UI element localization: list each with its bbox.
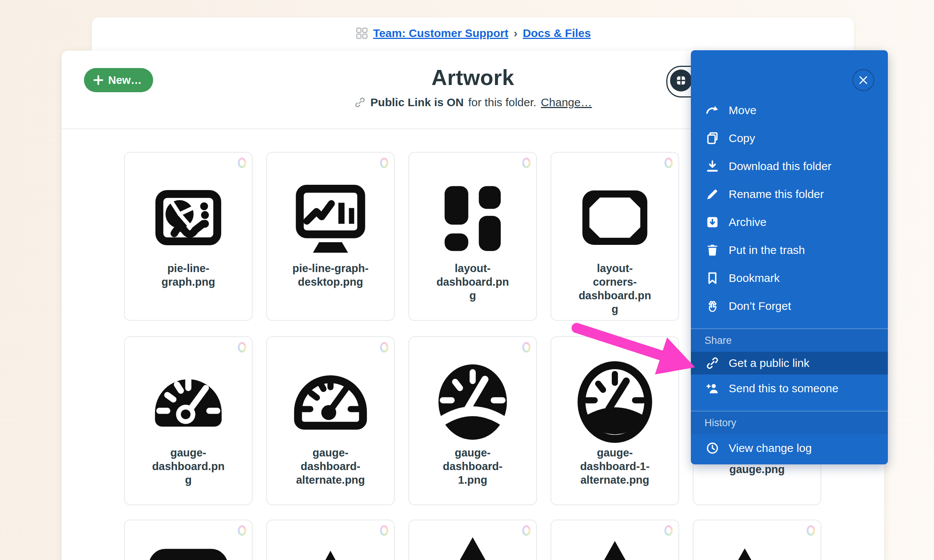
menu-item-label: Download this folder xyxy=(729,160,832,173)
selection-ring-icon[interactable] xyxy=(380,342,388,353)
menu-item-send-this-to-someone[interactable]: Send this to someone xyxy=(691,374,888,402)
window-top-icon xyxy=(144,545,232,560)
panel-section-header: History xyxy=(691,411,888,434)
gauge-solid-icon xyxy=(144,358,232,446)
menu-item-don-t-forget[interactable]: Don’t Forget xyxy=(691,292,888,320)
dont-forget-icon xyxy=(704,298,720,314)
selection-ring-center xyxy=(666,159,671,166)
change-link[interactable]: Change… xyxy=(541,96,592,109)
mountain-icon xyxy=(571,528,659,560)
file-card[interactable]: pie-line-graph.png xyxy=(124,152,253,321)
file-name: layout-dashboard.png xyxy=(433,261,512,302)
selection-ring-center xyxy=(524,344,529,351)
selection-ring-center xyxy=(524,159,529,166)
file-card[interactable]: pie-line-graph-desktop.png xyxy=(266,152,395,321)
layout-corners-icon xyxy=(571,174,659,261)
bookmark-icon xyxy=(704,270,720,286)
selection-ring-icon[interactable] xyxy=(380,525,388,536)
menu-item-rename-this-folder[interactable]: Rename this folder xyxy=(691,180,888,208)
public-link-bold: Public Link is ON xyxy=(371,96,464,109)
selection-ring-icon[interactable] xyxy=(522,525,531,536)
file-name: gauge-dashboard-1-alternate.png xyxy=(576,446,654,487)
file-card[interactable] xyxy=(551,520,679,560)
menu-item-label: Bookmark xyxy=(729,272,780,285)
selection-ring-icon[interactable] xyxy=(664,342,673,353)
file-card[interactable] xyxy=(124,520,253,560)
layout-dashboard-icon xyxy=(429,174,517,261)
file-name: gauge-dashboard-1.png xyxy=(433,446,512,487)
menu-item-copy[interactable]: Copy xyxy=(691,124,888,152)
selection-ring-center xyxy=(666,344,671,351)
file-card[interactable]: gauge-dashboard-1.png xyxy=(408,336,537,505)
menu-item-label: Archive xyxy=(729,216,766,229)
menu-item-label: View change log xyxy=(729,442,812,455)
selection-ring-icon[interactable] xyxy=(807,525,815,536)
breadcrumb-section-link[interactable]: Docs & Files xyxy=(523,27,591,40)
menu-item-get-a-public-link[interactable]: Get a public link xyxy=(691,352,888,374)
gauge-round-outline-icon xyxy=(571,358,659,446)
menu-item-view-change-log[interactable]: View change log xyxy=(691,434,888,462)
public-link-rest: for this folder. xyxy=(468,96,536,109)
mountain-small-icon xyxy=(287,533,374,560)
file-name: gauge.png xyxy=(718,463,796,476)
file-name: layout-corners-dashboard.png xyxy=(576,261,654,316)
file-card[interactable]: layout-corners-dashboard.png xyxy=(551,152,679,321)
file-card[interactable]: gauge-dashboard.png xyxy=(124,336,253,505)
selection-ring-center xyxy=(524,527,529,534)
menu-item-bookmark[interactable]: Bookmark xyxy=(691,264,888,292)
selection-ring-icon[interactable] xyxy=(664,158,673,168)
close-icon[interactable] xyxy=(852,69,874,91)
menu-item-label: Don’t Forget xyxy=(729,300,791,312)
panel-section-header: Share xyxy=(691,329,888,352)
gauge-round-solid-icon xyxy=(429,358,517,446)
desktop-graph-icon xyxy=(287,174,374,261)
link-icon xyxy=(354,96,366,108)
archive-icon xyxy=(704,214,720,230)
move-icon xyxy=(704,102,720,118)
pencil-icon xyxy=(704,186,720,202)
menu-item-label: Put in the trash xyxy=(729,244,805,257)
menu-item-label: Move xyxy=(729,104,756,117)
file-card[interactable]: gauge-dashboard-1-alternate.png xyxy=(551,336,679,505)
selection-ring-icon[interactable] xyxy=(380,158,388,168)
public-link-icon xyxy=(704,355,720,371)
file-name: gauge-dashboard.png xyxy=(149,446,228,487)
menu-item-label: Get a public link xyxy=(729,357,809,370)
menu-item-label: Copy xyxy=(729,132,755,145)
menu-item-label: Rename this folder xyxy=(729,188,824,201)
copy-icon xyxy=(704,130,720,146)
file-card[interactable]: gauge-dashboard-alternate.png xyxy=(266,336,395,505)
file-card[interactable] xyxy=(266,520,395,560)
breadcrumb-separator: › xyxy=(514,27,517,40)
file-card[interactable] xyxy=(693,520,821,560)
selection-ring-center xyxy=(808,527,813,534)
selection-ring-icon[interactable] xyxy=(238,525,246,536)
menu-item-put-in-the-trash[interactable]: Put in the trash xyxy=(691,236,888,264)
panel-menu: MoveCopyDownload this folderRename this … xyxy=(691,96,888,462)
photo-mountain-icon xyxy=(713,526,801,560)
selection-ring-center xyxy=(666,527,671,534)
breadcrumb: Team: Customer Support › Docs & Files xyxy=(92,26,854,40)
file-card[interactable] xyxy=(408,520,537,560)
selection-ring-icon[interactable] xyxy=(238,342,246,353)
menu-item-download-this-folder[interactable]: Download this folder xyxy=(691,152,888,180)
selection-ring-icon[interactable] xyxy=(522,342,531,353)
selection-ring-icon[interactable] xyxy=(522,158,531,168)
file-name: pie-line-graph.png xyxy=(149,261,228,289)
menu-item-move[interactable]: Move xyxy=(691,96,888,124)
folder-actions-panel: MoveCopyDownload this folderRename this … xyxy=(691,50,888,464)
file-card[interactable]: layout-dashboard.png xyxy=(408,152,537,321)
clock-icon xyxy=(704,440,720,456)
pie-line-graph-icon xyxy=(144,174,232,261)
breadcrumb-team-link[interactable]: Team: Customer Support xyxy=(373,27,509,40)
menu-item-label: Send this to someone xyxy=(729,382,838,395)
selection-ring-icon[interactable] xyxy=(238,158,246,168)
send-person-icon xyxy=(704,381,720,396)
selection-ring-center xyxy=(382,344,386,351)
download-icon xyxy=(704,158,720,174)
selection-ring-center xyxy=(240,344,244,351)
selection-ring-icon[interactable] xyxy=(664,525,673,536)
selection-ring-center xyxy=(382,159,386,166)
menu-item-archive[interactable]: Archive xyxy=(691,208,888,236)
grid-view-icon xyxy=(670,70,692,91)
